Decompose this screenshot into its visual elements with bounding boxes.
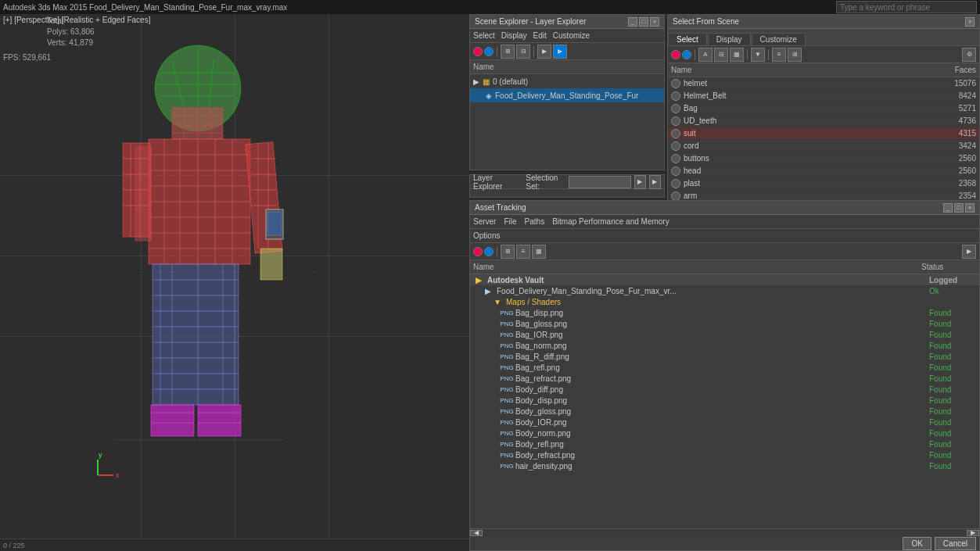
tb-icon-4[interactable]: ▶ bbox=[553, 45, 567, 59]
at-menu-server[interactable]: Server bbox=[473, 217, 496, 226]
minimize-btn[interactable]: _ bbox=[628, 17, 637, 27]
at-tb-icon-1[interactable]: ⊞ bbox=[501, 245, 515, 259]
sfs-tb-icon-1[interactable]: A bbox=[698, 48, 713, 62]
menu-select[interactable]: Select bbox=[473, 31, 495, 40]
list-item[interactable]: PNG Bag_IOR.png Found bbox=[470, 329, 979, 340]
list-item[interactable]: PNG Bag_refl.png Found bbox=[470, 362, 979, 373]
tb-icon-3[interactable]: ▶ bbox=[537, 45, 551, 59]
sfs-tb-btn-1[interactable] bbox=[671, 50, 680, 59]
sfs-toolbar: A ⊟ ▦ ▼ ≡ ⊞ ⚙ bbox=[668, 46, 979, 63]
list-item[interactable]: cord 3424 bbox=[668, 140, 979, 152]
at-tb-icon-2[interactable]: ≡ bbox=[516, 245, 530, 259]
list-item[interactable]: PNG Bag_norm.png Found bbox=[470, 340, 979, 351]
tree-item-model[interactable]: ◈ Food_Delivery_Man_Standing_Pose_Fur bbox=[470, 88, 664, 102]
at-scrollbar[interactable]: ◀ ▶ bbox=[470, 528, 979, 536]
at-tb-icon-3[interactable]: ▦ bbox=[532, 245, 546, 259]
scene-explorer-title: Scene Explorer - Layer Explorer bbox=[475, 17, 586, 26]
list-item[interactable]: suit 4315 bbox=[668, 127, 979, 140]
at-tb-btn-2[interactable] bbox=[484, 247, 494, 256]
at-status-bagnorm: Found bbox=[929, 342, 976, 350]
list-item[interactable]: ▼ Maps / Shaders bbox=[470, 296, 979, 307]
list-item[interactable]: Bag 5271 bbox=[668, 102, 979, 115]
list-item[interactable]: PNG Bag_disp.png Found bbox=[470, 307, 979, 318]
list-item[interactable]: PNG Bag_R_diff.png Found bbox=[470, 351, 979, 362]
search-input[interactable] bbox=[836, 1, 977, 13]
tree-item-model-label: Food_Delivery_Man_Standing_Pose_Fur bbox=[495, 91, 638, 100]
item-faces: 2368 bbox=[937, 179, 976, 188]
at-close-btn[interactable]: × bbox=[965, 203, 975, 213]
sfs-close-btn[interactable]: × bbox=[965, 17, 975, 27]
menu-display[interactable]: Display bbox=[501, 31, 527, 40]
ok-button[interactable]: OK bbox=[903, 537, 931, 550]
scroll-left-btn[interactable]: ◀ bbox=[470, 530, 483, 536]
at-menu-bitmap[interactable]: Bitmap Performance and Memory bbox=[552, 217, 669, 226]
list-item[interactable]: PNG Body_IOR.png Found bbox=[470, 417, 979, 428]
at-menu-file[interactable]: File bbox=[504, 217, 516, 226]
list-item[interactable]: helmet 15076 bbox=[668, 77, 979, 90]
list-item[interactable]: PNG Body_gloss.png Found bbox=[470, 406, 979, 417]
tab-customize[interactable]: Customize bbox=[752, 33, 806, 45]
tb-btn-2[interactable] bbox=[484, 47, 494, 56]
list-item[interactable]: PNG Body_disp.png Found bbox=[470, 395, 979, 406]
at-maximize-btn[interactable]: □ bbox=[954, 203, 964, 213]
list-item[interactable]: PNG Body_refract.png Found bbox=[470, 449, 979, 460]
tree-item-default[interactable]: ▶ ▦ 0 (default) bbox=[470, 74, 664, 88]
item-label: UD_teeth bbox=[684, 116, 937, 125]
list-item[interactable]: ▶ Food_Delivery_Man_Standing_Pose_Fur_ma… bbox=[470, 285, 979, 296]
tb-btn-1[interactable] bbox=[473, 47, 483, 56]
item-faces: 8424 bbox=[937, 91, 976, 100]
maximize-btn[interactable]: □ bbox=[639, 17, 648, 27]
sfs-filter-btn[interactable]: ▼ bbox=[751, 48, 765, 62]
list-item[interactable]: UD_teeth 4736 bbox=[668, 115, 979, 127]
tab-display[interactable]: Display bbox=[708, 33, 751, 45]
at-menu-paths[interactable]: Paths bbox=[525, 217, 545, 226]
sfs-tb-icon-3[interactable]: ▦ bbox=[730, 48, 744, 62]
at-bottom-buttons: OK Cancel bbox=[899, 536, 979, 550]
list-item[interactable]: PNG hair_density.png Found bbox=[470, 460, 979, 471]
at-tb-icon-4[interactable]: ▶ bbox=[962, 245, 976, 259]
sfs-tb-icon-5[interactable]: ⊞ bbox=[788, 48, 802, 62]
sfs-title: Select From Scene bbox=[673, 17, 739, 26]
at-options-label[interactable]: Options bbox=[473, 231, 500, 240]
menu-customize[interactable]: Customize bbox=[553, 31, 590, 40]
close-btn[interactable]: × bbox=[650, 17, 659, 27]
tb-icon-1[interactable]: ⊞ bbox=[501, 45, 515, 59]
tb-icon-2[interactable]: ⊟ bbox=[516, 45, 530, 59]
list-item[interactable]: PNG Body_norm.png Found bbox=[470, 428, 979, 438]
at-status-bagdisp: Found bbox=[929, 309, 976, 317]
list-item[interactable]: head 2560 bbox=[668, 165, 979, 177]
cancel-button[interactable]: Cancel bbox=[935, 537, 976, 550]
list-item[interactable]: Helmet_Belt 8424 bbox=[668, 90, 979, 102]
png-icon-5: PNG bbox=[501, 352, 512, 361]
item-icon bbox=[671, 166, 680, 176]
at-minimize-btn[interactable]: _ bbox=[943, 203, 953, 213]
at-item-mainfile: Food_Delivery_Man_Standing_Pose_Fur_max_… bbox=[497, 287, 929, 295]
item-label: helmet bbox=[684, 79, 937, 88]
list-item[interactable]: PNG Bag_refract.png Found bbox=[470, 373, 979, 384]
scroll-right-btn[interactable]: ▶ bbox=[967, 530, 979, 536]
menu-edit[interactable]: Edit bbox=[533, 31, 547, 40]
item-icon bbox=[671, 154, 680, 163]
layer-tb-btn-1[interactable]: ▶ bbox=[634, 175, 646, 189]
sfs-divider-1 bbox=[695, 49, 695, 60]
sfs-tb-icon-2[interactable]: ⊟ bbox=[714, 48, 728, 62]
at-status-baggloss: Found bbox=[929, 320, 976, 328]
tab-select[interactable]: Select bbox=[668, 33, 707, 45]
sfs-tb-icon-4[interactable]: ≡ bbox=[772, 48, 786, 62]
at-tb-btn-1[interactable] bbox=[473, 247, 483, 256]
list-item[interactable]: buttons 2560 bbox=[668, 152, 979, 165]
list-item[interactable]: PNG Body_diff.png Found bbox=[470, 384, 979, 395]
layer-icon: ▦ bbox=[483, 77, 490, 86]
list-item[interactable]: plast 2368 bbox=[668, 177, 979, 190]
png-icon-3: PNG bbox=[501, 330, 512, 339]
sfs-tb-btn-2[interactable] bbox=[682, 50, 691, 59]
list-item[interactable]: PNG Bag_gloss.png Found bbox=[470, 318, 979, 329]
png-icon-1: PNG bbox=[501, 308, 512, 317]
list-item[interactable]: ▶ Autodesk Vault Logged bbox=[470, 274, 979, 285]
layer-tb-btn-2[interactable]: ▶ bbox=[649, 175, 661, 189]
at-list-scroll[interactable]: ▶ Autodesk Vault Logged ▶ Food_Delivery_… bbox=[470, 274, 979, 542]
png-icon-9: PNG bbox=[501, 395, 512, 405]
list-item[interactable]: PNG Body_refl.png Found bbox=[470, 438, 979, 449]
selection-set-input[interactable] bbox=[569, 176, 631, 188]
sfs-settings-icon[interactable]: ⚙ bbox=[962, 48, 976, 62]
